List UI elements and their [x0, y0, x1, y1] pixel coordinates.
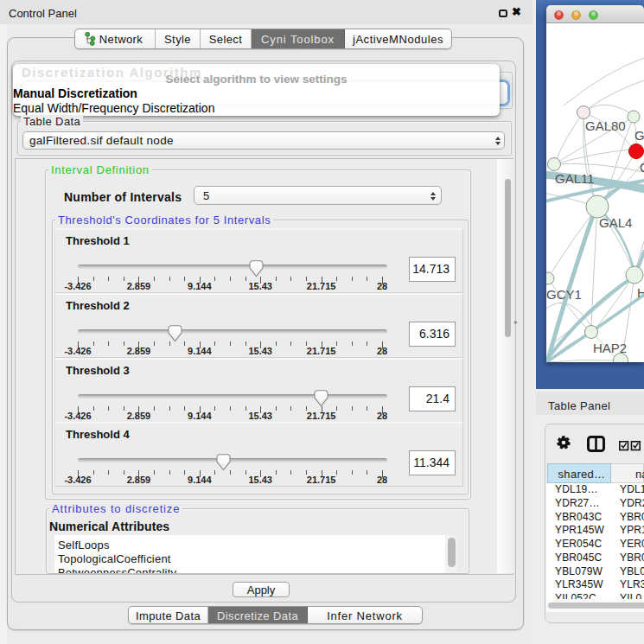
- svg-text:GA: GA: [634, 128, 644, 143]
- svg-text:HAP2: HAP2: [593, 341, 627, 355]
- svg-text:GAL11: GAL11: [555, 171, 595, 186]
- svg-text:GCY1: GCY1: [546, 287, 582, 302]
- svg-text:H: H: [637, 285, 644, 300]
- svg-text:GAL4: GAL4: [599, 215, 632, 230]
- svg-text:GAL80: GAL80: [585, 118, 626, 133]
- svg-text:C: C: [640, 160, 644, 175]
